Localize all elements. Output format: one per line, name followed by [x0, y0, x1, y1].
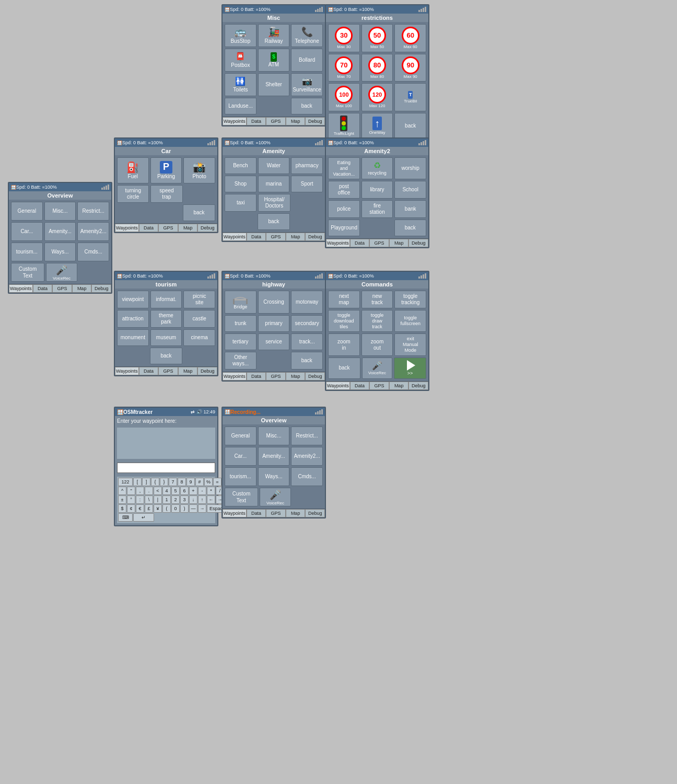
cmds-button[interactable]: Cmds...	[77, 243, 109, 261]
photo-button[interactable]: 📸Photo	[183, 157, 215, 183]
railway-button[interactable]: 🚂Railway	[258, 24, 290, 47]
picnicsite-button[interactable]: picnicsite	[183, 291, 215, 308]
service-button[interactable]: service	[258, 333, 290, 350]
misc-button[interactable]: Misc...	[44, 202, 76, 221]
tab-debug-cmds[interactable]: Debug	[408, 382, 428, 390]
tab-data-rec[interactable]: Data	[247, 509, 266, 517]
parking-button[interactable]: P Parking	[150, 157, 182, 183]
key-1[interactable]: 1	[162, 495, 171, 504]
key-hash[interactable]: #	[195, 478, 204, 486]
tab-data-highway[interactable]: Data	[247, 372, 266, 381]
tab-data-cmds[interactable]: Data	[350, 382, 370, 390]
tab-debug[interactable]: Debug	[91, 284, 111, 293]
viewpoint-button[interactable]: viewpoint	[117, 291, 149, 308]
shelter-button[interactable]: Shelter	[258, 73, 290, 96]
tab-debug-tourism[interactable]: Debug	[197, 367, 217, 375]
trunk-button[interactable]: trunk	[225, 315, 256, 332]
tab-data[interactable]: Data	[33, 284, 53, 293]
key-rbracket[interactable]: ]	[142, 478, 150, 486]
pharmacy-button[interactable]: pharmacy	[291, 157, 323, 174]
key-caret[interactable]: ^	[118, 487, 126, 495]
key-dollar[interactable]: $	[118, 504, 126, 513]
tab-gps-highway[interactable]: GPS	[266, 372, 286, 381]
tourism-button[interactable]: tourism...	[11, 243, 43, 261]
tab-waypoints-amenity[interactable]: Waypoints	[223, 233, 247, 241]
amenity-back-button[interactable]: back	[258, 213, 290, 230]
shop-button[interactable]: Shop	[225, 176, 256, 192]
tab-gps-misc[interactable]: GPS	[266, 117, 286, 125]
key-rparen[interactable]: )	[180, 504, 189, 513]
monument-button[interactable]: monument	[117, 329, 149, 346]
tab-map-highway[interactable]: Map	[286, 372, 306, 381]
toggledrawtrack-button[interactable]: toggledrawtrack	[361, 310, 393, 332]
tab-waypoints-amenity2[interactable]: Waypoints	[326, 239, 350, 247]
max70-button[interactable]: 70 Max 70	[328, 54, 360, 82]
toggledownload-button[interactable]: toggledownloadtiles	[328, 310, 360, 332]
newtrack-button[interactable]: newtrack	[361, 291, 393, 308]
tab-map-cmds[interactable]: Map	[389, 382, 409, 390]
telephone-button[interactable]: 📞Telephone	[291, 24, 323, 47]
waypoint-input[interactable]	[117, 463, 215, 473]
key-minus[interactable]: -	[198, 487, 206, 495]
firestation-button[interactable]: firestation	[361, 200, 393, 218]
tab-debug-amenity[interactable]: Debug	[305, 233, 325, 241]
tab-waypoints-tourism[interactable]: Waypoints	[115, 367, 139, 375]
tab-map-car[interactable]: Map	[178, 224, 198, 232]
key-dash[interactable]: —	[189, 504, 197, 513]
museum-button[interactable]: museum	[150, 329, 182, 346]
crossing-button[interactable]: Crossing	[258, 291, 290, 314]
amenity2-back-button[interactable]: back	[394, 220, 426, 236]
key-lbracket[interactable]: [	[133, 478, 142, 486]
rec-tourism-button[interactable]: tourism...	[225, 467, 256, 486]
bank-button[interactable]: bank	[394, 200, 426, 218]
amenity-button[interactable]: Amenity...	[44, 222, 76, 241]
police-button[interactable]: police	[328, 200, 360, 218]
key-4[interactable]: 4	[162, 487, 171, 495]
rec-misc-button[interactable]: Misc...	[258, 426, 290, 445]
key-lparen[interactable]: (	[162, 504, 171, 513]
tab-debug-car[interactable]: Debug	[197, 224, 217, 232]
rec-cmds-button[interactable]: Cmds...	[291, 467, 323, 486]
library-button[interactable]: library	[361, 181, 393, 199]
car-back-button[interactable]: back	[183, 204, 215, 221]
toilets-button[interactable]: 🚻Toilets	[225, 73, 256, 96]
surveillance-button[interactable]: 📷Surveillance	[291, 73, 323, 96]
key-8[interactable]: 8	[178, 478, 186, 486]
tab-gps[interactable]: GPS	[52, 284, 72, 293]
key-5[interactable]: 5	[171, 487, 180, 495]
hospital-button[interactable]: Hospital/Doctors	[258, 194, 290, 212]
primary-button[interactable]: primary	[258, 315, 290, 332]
max50-button[interactable]: 50 Max 50	[361, 24, 393, 52]
taxi-button[interactable]: taxi	[225, 194, 256, 212]
key-rcurly[interactable]: }	[160, 478, 168, 486]
playground-button[interactable]: Playground	[328, 220, 360, 236]
atm-button[interactable]: $ATM	[258, 49, 290, 72]
key-pipe[interactable]: |	[154, 495, 162, 504]
tab-waypoints-misc[interactable]: Waypoints	[223, 117, 247, 125]
key-asterisk[interactable]: *	[207, 487, 215, 495]
secondary-button[interactable]: secondary	[291, 315, 323, 332]
exitmanual-button[interactable]: exitManualMode	[394, 333, 426, 355]
key-rarrow[interactable]: →	[198, 504, 206, 513]
rec-ways-button[interactable]: Ways...	[258, 467, 290, 486]
key-euro[interactable]: €	[136, 504, 144, 513]
amenity2-button[interactable]: Amenity2...	[77, 222, 109, 241]
tab-waypoints-rec[interactable]: Waypoints	[223, 509, 247, 517]
landuse-button[interactable]: Landuse...	[225, 98, 256, 114]
tab-gps-amenity2[interactable]: GPS	[369, 239, 389, 247]
tab-map-tourism[interactable]: Map	[178, 367, 198, 375]
track-button[interactable]: track...	[291, 333, 323, 350]
trafficlight-button[interactable]: TrafficLight	[328, 113, 360, 139]
postoffice-button[interactable]: postoffice	[328, 181, 360, 199]
highway-back-button[interactable]: back	[291, 352, 323, 370]
key-quote[interactable]: "	[127, 487, 135, 495]
postbox-button[interactable]: 📮Postbox	[225, 49, 256, 72]
bollard-button[interactable]: Bollard	[291, 49, 323, 72]
tab-map-misc[interactable]: Map	[286, 117, 306, 125]
key-backslash[interactable]: \	[145, 495, 153, 504]
eating-button[interactable]: EatingandVacation...	[328, 157, 360, 179]
car-button[interactable]: Car...	[11, 222, 43, 241]
key-colon[interactable]: :	[136, 495, 144, 504]
misc-back-button[interactable]: back	[291, 98, 323, 114]
tab-debug-rec[interactable]: Debug	[305, 509, 325, 517]
